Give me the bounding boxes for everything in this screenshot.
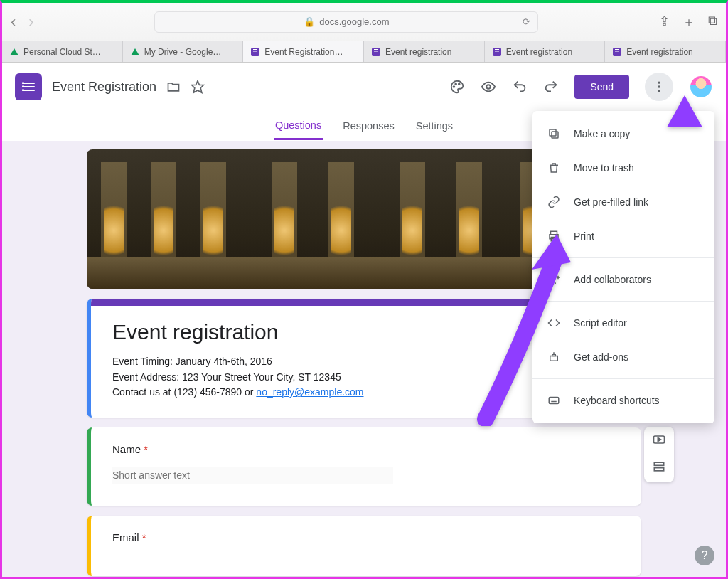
share-icon[interactable]: ⇪	[659, 14, 670, 31]
tab-label: Event registration	[506, 47, 572, 57]
browser-tab[interactable]: Event registration	[485, 41, 606, 62]
forms-logo-icon[interactable]	[15, 73, 42, 100]
tabs-overview-icon[interactable]: ⧉	[708, 14, 717, 31]
forms-icon	[612, 47, 622, 57]
required-asterisk-icon: *	[144, 443, 148, 455]
tab-label: Personal Cloud St…	[23, 47, 101, 57]
short-answer-input[interactable]	[112, 467, 393, 484]
drive-icon	[130, 47, 140, 57]
question-label: Email *	[112, 531, 623, 543]
svg-point-7	[658, 90, 660, 92]
tab-label: Event Registration…	[264, 47, 343, 57]
document-title[interactable]: Event Registration	[52, 80, 156, 95]
browser-tabs: Personal Cloud St…My Drive - Google…Even…	[2, 41, 726, 63]
add-video-icon[interactable]	[652, 432, 666, 450]
new-tab-icon[interactable]: ＋	[682, 14, 695, 31]
svg-point-5	[658, 82, 660, 84]
link-icon	[547, 195, 561, 209]
add-section-icon[interactable]	[652, 460, 666, 477]
tab-label: My Drive - Google…	[144, 47, 222, 57]
contact-email-link[interactable]: no_reply@example.com	[256, 386, 363, 398]
copy-icon	[547, 127, 561, 141]
tab-label: Event registration	[385, 47, 451, 57]
browser-tab[interactable]: My Drive - Google…	[123, 41, 244, 62]
lock-icon: 🔒	[304, 16, 315, 27]
svg-rect-12	[552, 132, 558, 138]
more-menu: Make a copy Move to trash Get pre-filled…	[532, 111, 714, 423]
svg-point-3	[459, 83, 460, 85]
menu-make-copy[interactable]: Make a copy	[532, 117, 714, 151]
menu-print[interactable]: Print	[532, 219, 714, 253]
tab-questions[interactable]: Questions	[274, 112, 323, 140]
preview-icon[interactable]	[481, 79, 496, 95]
nav-forward-icon[interactable]: ›	[28, 13, 33, 31]
menu-add-collaborators[interactable]: Add collaborators	[532, 262, 714, 297]
question-card[interactable]: Name *	[87, 427, 641, 506]
forms-icon	[250, 47, 260, 57]
drive-icon	[9, 47, 19, 57]
address-domain: docs.google.com	[319, 16, 389, 27]
svg-rect-10	[654, 462, 663, 465]
browser-tab[interactable]: Event registration	[605, 41, 726, 62]
browser-toolbar: ‹ › 🔒 docs.google.com ⟳ ⇪ ＋ ⧉	[2, 3, 726, 41]
browser-tab[interactable]: Event registration	[364, 41, 485, 62]
folder-icon[interactable]	[166, 80, 181, 94]
menu-prefilled-link[interactable]: Get pre-filled link	[532, 185, 714, 219]
code-icon	[547, 316, 561, 330]
svg-marker-0	[192, 81, 204, 93]
svg-rect-11	[654, 468, 663, 471]
print-icon	[547, 229, 561, 243]
undo-icon[interactable]	[512, 79, 528, 95]
browser-tab[interactable]: Event Registration…	[243, 41, 364, 62]
svg-rect-13	[550, 129, 556, 136]
question-label: Name *	[112, 443, 623, 455]
required-asterisk-icon: *	[142, 531, 146, 543]
menu-separator	[532, 301, 714, 302]
svg-rect-18	[549, 398, 559, 404]
svg-point-6	[658, 85, 660, 87]
menu-separator	[532, 378, 714, 379]
keyboard-icon	[547, 393, 561, 408]
question-card[interactable]: Email *	[87, 516, 641, 576]
send-button[interactable]: Send	[574, 75, 629, 99]
account-avatar[interactable]	[689, 75, 713, 99]
menu-keyboard-shortcuts[interactable]: Keyboard shortcuts	[532, 383, 714, 418]
app-header: Event Registration Send	[2, 63, 726, 111]
addon-icon	[547, 350, 561, 364]
people-icon	[547, 272, 561, 287]
star-icon[interactable]	[191, 80, 205, 94]
help-button[interactable]: ?	[695, 546, 714, 565]
tab-settings[interactable]: Settings	[414, 113, 454, 139]
browser-tab[interactable]: Personal Cloud St…	[2, 41, 123, 62]
redo-icon[interactable]	[543, 79, 559, 95]
svg-point-4	[487, 85, 491, 89]
svg-point-1	[454, 86, 455, 87]
menu-script-editor[interactable]: Script editor	[532, 306, 714, 340]
menu-separator	[532, 257, 714, 258]
menu-move-trash[interactable]: Move to trash	[532, 151, 714, 185]
svg-point-2	[456, 83, 457, 85]
tab-responses[interactable]: Responses	[341, 113, 396, 139]
nav-back-icon[interactable]: ‹	[11, 13, 16, 31]
address-bar[interactable]: 🔒 docs.google.com ⟳	[154, 11, 538, 33]
forms-icon	[492, 47, 502, 57]
svg-marker-9	[658, 438, 660, 442]
svg-point-17	[551, 276, 555, 280]
menu-get-addons[interactable]: Get add-ons	[532, 340, 714, 374]
more-menu-button[interactable]	[645, 73, 673, 101]
question-toolbar	[644, 427, 674, 482]
trash-icon	[547, 161, 561, 175]
reload-icon[interactable]: ⟳	[523, 16, 530, 27]
tab-label: Event registration	[626, 47, 692, 57]
forms-icon	[371, 47, 381, 57]
palette-icon[interactable]	[449, 79, 465, 95]
